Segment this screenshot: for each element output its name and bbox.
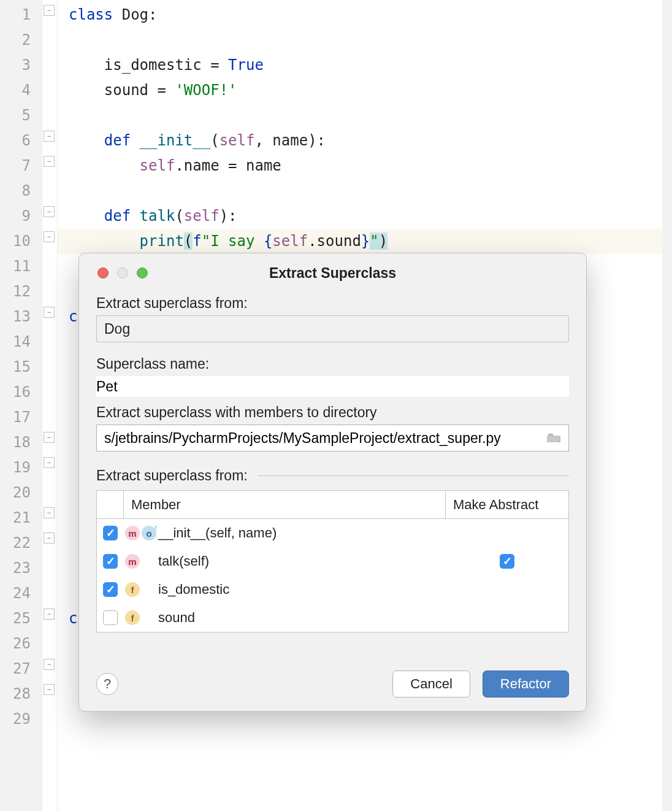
members-section-header: Extract superclass from:: [96, 467, 569, 484]
member-include-checkbox[interactable]: [103, 610, 118, 625]
make-abstract-checkbox[interactable]: [500, 554, 514, 569]
close-window-icon[interactable]: [97, 267, 109, 279]
code-line[interactable]: is_domestic = True: [58, 53, 672, 78]
method-icon: m: [125, 554, 140, 569]
line-number: 3: [0, 53, 42, 78]
line-number: 10: [0, 229, 42, 254]
line-number: 6: [0, 128, 42, 153]
code-line[interactable]: def __init__(self, name):: [58, 128, 672, 153]
superclass-name-input[interactable]: [96, 376, 569, 397]
code-line-current[interactable]: print(f"I say {self.sound}"): [58, 229, 672, 254]
fold-toggle-icon[interactable]: −: [44, 659, 55, 670]
member-row[interactable]: m talk(self): [97, 547, 568, 575]
member-name: sound: [158, 610, 446, 626]
column-make-abstract: Make Abstract: [446, 491, 568, 518]
line-number: 20: [0, 480, 42, 505]
line-number: 19: [0, 455, 42, 480]
line-number: 4: [0, 78, 42, 103]
field-icon: f: [125, 610, 140, 625]
right-gutter-stripe: [662, 0, 672, 811]
line-number: 5: [0, 103, 42, 128]
fold-toggle-icon[interactable]: −: [44, 206, 55, 217]
field-icon: f: [125, 582, 140, 597]
members-table-header: Member Make Abstract: [97, 491, 568, 519]
fold-toggle-icon[interactable]: −: [44, 684, 55, 695]
line-number: 8: [0, 179, 42, 204]
line-number: 15: [0, 355, 42, 380]
label-extract-from: Extract superclass from:: [96, 295, 569, 312]
fold-toggle-icon[interactable]: −: [44, 432, 55, 443]
line-number: 17: [0, 405, 42, 430]
fold-toggle-icon[interactable]: −: [44, 609, 55, 620]
fold-toggle-icon[interactable]: −: [44, 532, 55, 544]
extract-from-field: Dog: [96, 315, 569, 342]
code-line[interactable]: [58, 28, 672, 53]
line-number: 21: [0, 505, 42, 531]
column-member: Member: [124, 491, 446, 518]
member-name: __init__(self, name): [158, 525, 446, 541]
line-number: 18: [0, 430, 42, 455]
override-icon: o: [142, 526, 156, 540]
line-number: 28: [0, 682, 42, 707]
line-number: 29: [0, 707, 42, 732]
line-number: 9: [0, 204, 42, 229]
members-table: Member Make Abstract m o __init__(self, …: [96, 490, 569, 632]
code-line[interactable]: self.name = name: [58, 153, 672, 179]
code-line[interactable]: sound = 'WOOF!': [58, 78, 672, 103]
line-number: 27: [0, 656, 42, 682]
fold-toggle-icon[interactable]: −: [44, 156, 55, 167]
line-number: 16: [0, 380, 42, 405]
window-controls: [97, 267, 148, 279]
line-number: 22: [0, 531, 42, 556]
label-superclass-name: Superclass name:: [96, 356, 569, 372]
member-include-checkbox[interactable]: [103, 526, 118, 540]
line-number: 13: [0, 304, 42, 329]
fold-column: − − − − − − − − − − − − −: [42, 0, 58, 811]
maximize-window-icon[interactable]: [137, 267, 148, 279]
directory-field: [96, 425, 569, 452]
code-line[interactable]: class Dog:: [58, 2, 672, 28]
member-name: talk(self): [158, 553, 446, 569]
member-row[interactable]: f sound: [97, 604, 568, 632]
member-row[interactable]: m o __init__(self, name): [97, 519, 568, 547]
cancel-button[interactable]: Cancel: [392, 671, 470, 698]
code-line[interactable]: [58, 179, 672, 204]
help-button[interactable]: ?: [96, 673, 118, 695]
fold-toggle-icon[interactable]: −: [44, 307, 55, 318]
member-row[interactable]: f is_domestic: [97, 575, 568, 604]
extract-from-value: Dog: [104, 321, 130, 337]
dialog-title: Extract Superclass: [96, 265, 569, 282]
line-number: 1: [0, 2, 42, 28]
line-number-gutter: 1 2 3 4 5 6 7 8 9 10 11 12 13 14 15 16 1…: [0, 0, 42, 811]
divider: [258, 475, 569, 476]
line-number: 7: [0, 153, 42, 179]
line-number: 14: [0, 329, 42, 355]
line-number: 12: [0, 279, 42, 304]
line-number: 24: [0, 581, 42, 606]
dialog-titlebar: Extract Superclass: [96, 264, 569, 282]
line-number: 23: [0, 556, 42, 581]
code-line[interactable]: def talk(self):: [58, 204, 672, 229]
line-number: 2: [0, 28, 42, 53]
code-line[interactable]: [58, 103, 672, 128]
fold-toggle-icon[interactable]: −: [44, 5, 55, 16]
dialog-footer: ? Cancel Refactor: [96, 671, 569, 698]
fold-toggle-icon[interactable]: −: [44, 231, 55, 242]
extract-superclass-dialog: Extract Superclass Extract superclass fr…: [78, 253, 587, 712]
member-include-checkbox[interactable]: [103, 582, 118, 597]
line-number: 11: [0, 254, 42, 279]
fold-toggle-icon[interactable]: −: [44, 131, 55, 142]
browse-folder-icon[interactable]: [545, 429, 563, 447]
fold-toggle-icon[interactable]: −: [44, 507, 55, 518]
fold-toggle-icon[interactable]: −: [44, 457, 55, 468]
refactor-button[interactable]: Refactor: [483, 671, 569, 698]
label-members: Extract superclass from:: [96, 467, 248, 484]
line-number: 26: [0, 631, 42, 656]
label-directory: Extract superclass with members to direc…: [96, 404, 569, 421]
line-number: 25: [0, 606, 42, 631]
method-icon: m: [125, 526, 140, 540]
member-name: is_domestic: [158, 582, 446, 598]
member-include-checkbox[interactable]: [103, 554, 118, 569]
directory-input[interactable]: [104, 430, 545, 447]
minimize-window-icon[interactable]: [117, 267, 128, 279]
